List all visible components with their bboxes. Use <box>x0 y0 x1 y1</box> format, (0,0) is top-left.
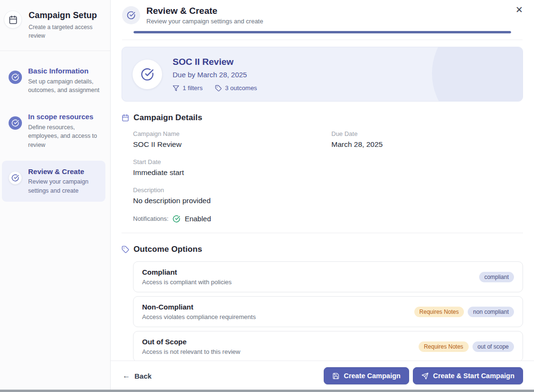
outcome-description: Access is not relevant to this review <box>142 348 240 355</box>
tag-icon <box>122 246 129 253</box>
step-description: Define resources, employees, and access … <box>28 123 101 150</box>
send-icon <box>421 372 429 380</box>
outcome-title: Non-Compliant <box>142 303 256 311</box>
filter-funnel-icon <box>173 85 179 92</box>
campaign-summary-card: SOC II Review Due by March 28, 2025 1 fi… <box>122 47 523 102</box>
back-button[interactable]: ← Back <box>122 369 153 383</box>
campaign-title: SOC II Review <box>173 57 257 67</box>
field-start-date: Start Date Immediate start <box>133 158 331 177</box>
check-circle-icon <box>133 60 162 89</box>
outcome-tag-badge: compliant <box>479 272 514 282</box>
field-label: Start Date <box>133 158 331 165</box>
grid-spacer <box>331 158 523 177</box>
outcome-options-heading: Outcome Options <box>122 245 523 254</box>
field-value: SOC II Review <box>133 140 331 149</box>
tag-icon <box>215 85 222 92</box>
main-header: Review & Create Review your campaign set… <box>111 0 534 40</box>
footer-bar: ← Back Create Campaign Create & Start Ca… <box>111 361 534 392</box>
section-title: Campaign Details <box>134 113 202 123</box>
campaign-setup-modal: Campaign Setup Create a targeted access … <box>0 0 534 392</box>
step-basic-information[interactable]: Basic Information Set up campaign detail… <box>2 60 105 101</box>
check-circle-icon <box>122 6 140 24</box>
requires-notes-badge: Requires Notes <box>414 307 464 317</box>
campaign-details-grid: Campaign Name SOC II Review Due Date Mar… <box>133 130 523 205</box>
check-circle-green-icon <box>173 215 180 223</box>
progress-bar <box>134 31 511 33</box>
outcome-card-non-compliant: Non-Compliant Access violates compliance… <box>133 296 523 327</box>
page-subtitle: Review your campaign settings and create <box>146 18 263 25</box>
filters-count: 1 filters <box>173 84 203 92</box>
outcome-tag-badge: out of scope <box>472 341 514 352</box>
campaign-due-text: Due by March 28, 2025 <box>173 71 257 79</box>
outcome-description: Access is compliant with policies <box>142 279 232 286</box>
create-start-campaign-button[interactable]: Create & Start Campaign <box>413 367 523 384</box>
field-due-date: Due Date March 28, 2025 <box>331 130 523 149</box>
outcome-title: Out of Scope <box>142 338 240 346</box>
step-complete-icon <box>9 116 22 130</box>
section-title: Outcome Options <box>134 245 202 254</box>
section-divider <box>122 233 523 233</box>
notifications-value: Enabled <box>185 215 211 223</box>
outcome-card-out-of-scope: Out of Scope Access is not relevant to t… <box>133 331 523 361</box>
progress-fill <box>134 31 511 33</box>
outcomes-count: 3 outcomes <box>215 84 257 92</box>
calendar-icon <box>122 114 129 122</box>
step-review-create[interactable]: Review & Create Review your campaign set… <box>2 161 105 202</box>
step-current-icon <box>9 171 22 185</box>
step-label: Review & Create <box>28 167 101 176</box>
field-value: March 28, 2025 <box>331 140 523 149</box>
outcome-title: Compliant <box>142 268 232 276</box>
decorative-circle <box>432 47 523 102</box>
field-label: Due Date <box>331 130 523 137</box>
field-value: No description provided <box>133 196 331 205</box>
sidebar: Campaign Setup Create a targeted access … <box>0 0 111 392</box>
create-campaign-button[interactable]: Create Campaign <box>324 367 409 384</box>
notifications-label: Notifications: <box>133 215 168 222</box>
step-description: Review your campaign settings and create <box>28 177 101 196</box>
page-title: Review & Create <box>146 6 263 16</box>
close-button[interactable]: ✕ <box>512 3 526 17</box>
requires-notes-badge: Requires Notes <box>419 341 469 352</box>
notifications-row: Notifications: Enabled <box>133 215 523 223</box>
step-in-scope-resources[interactable]: In scope resources Define resources, emp… <box>2 106 105 156</box>
arrow-left-icon: ← <box>123 371 130 380</box>
outcome-card-compliant: Compliant Access is compliant with polic… <box>133 261 523 292</box>
field-label: Campaign Name <box>133 130 331 137</box>
outcome-list: Compliant Access is compliant with polic… <box>133 261 523 361</box>
step-label: In scope resources <box>28 112 101 122</box>
step-complete-icon <box>9 71 22 84</box>
main-panel: Review & Create Review your campaign set… <box>111 0 534 392</box>
window-bottom-edge <box>0 390 534 392</box>
calendar-app-icon <box>4 10 22 29</box>
step-description: Set up campaign details, outcomes, and a… <box>28 77 101 95</box>
field-label: Description <box>133 186 331 194</box>
review-content: SOC II Review Due by March 28, 2025 1 fi… <box>111 40 534 361</box>
sidebar-header: Campaign Setup Create a targeted access … <box>0 0 110 51</box>
outcome-description: Access violates compliance requirements <box>142 313 256 320</box>
outcome-tag-badge: non compliant <box>468 307 514 317</box>
field-campaign-name: Campaign Name SOC II Review <box>133 130 331 149</box>
field-description: Description No description provided <box>133 186 331 205</box>
wizard-steps: Basic Information Set up campaign detail… <box>0 51 110 204</box>
field-value: Immediate start <box>133 168 331 177</box>
sidebar-subtitle: Create a targeted access review <box>29 23 100 40</box>
header-divider <box>122 40 523 40</box>
save-icon <box>332 372 339 380</box>
step-label: Basic Information <box>28 66 101 76</box>
sidebar-title: Campaign Setup <box>29 10 100 21</box>
campaign-details-heading: Campaign Details <box>122 113 523 123</box>
